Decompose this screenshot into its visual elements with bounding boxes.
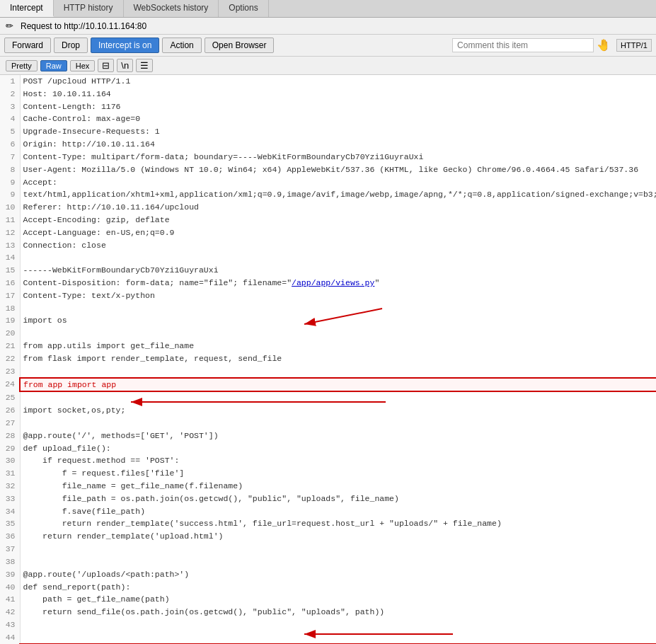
table-row: 8User-Agent: Mozilla/5.0 (Windows NT 10.… [0,163,656,176]
table-row: 5Upgrade-Insecure-Requests: 1 [0,125,656,138]
comment-input[interactable] [452,38,594,52]
line-number: 1 [0,75,20,88]
line-content: f = request.files['file'] [20,467,656,480]
table-row: 31 f = request.files['file'] [0,467,656,480]
line-number: 16 [0,277,20,289]
table-row: 2Host: 10.10.11.164 [0,88,656,100]
table-row: 37 [0,543,656,556]
line-number: 27 [0,417,20,430]
line-content: path = get_file_name(path) [20,593,656,606]
table-row: 43 [0,619,656,631]
line-content: Connection: close [20,239,656,252]
line-content: Cache-Control: max-age=0 [20,113,656,125]
table-row: 35 return render_template('success.html'… [0,517,656,530]
line-number: 18 [0,302,20,315]
table-row: 32 file_name = get_file_name(f.filename) [0,480,656,493]
table-row: 40def send_report(path): [0,581,656,594]
tab-intercept[interactable]: Intercept [0,0,54,17]
line-number: 14 [0,251,20,264]
table-row: 10Referer: http://10.10.11.164/upcloud [0,201,656,214]
table-row: 42 return send_file(os.path.join(os.getc… [0,606,656,619]
line-number: 8 [0,163,20,176]
line-content [20,251,656,264]
action-button[interactable]: Action [162,38,201,53]
line-content: Accept-Language: en-US,en;q=0.9 [20,226,656,239]
line-content [20,302,656,315]
line-content: return render_template('upload.html') [20,530,656,543]
line-number: 7 [0,151,20,163]
newline-icon-button[interactable]: \n [117,59,133,72]
code-table: 1POST /upcloud HTTP/1.12Host: 10.10.11.1… [0,75,656,644]
line-number: 32 [0,480,20,493]
line-content: def upload_file(): [20,442,656,455]
table-row: 23 [0,365,656,378]
table-row: 21from app.utils import get_file_name [0,340,656,352]
line-content: def send_report(path): [20,581,656,594]
table-row: 36 return render_template('upload.html') [0,530,656,543]
table-row: 20 [0,327,656,340]
line-number: 20 [0,327,20,340]
line-number: 40 [0,581,20,594]
line-content: Content-Type: text/x-python [20,289,656,302]
line-content: from app.utils import get_file_name [20,340,656,352]
line-content [20,365,656,378]
intercept-button[interactable]: Intercept is on [91,38,159,53]
line-number: 5 [0,125,20,138]
drop-button[interactable]: Drop [54,38,88,53]
line-content: Referer: http://10.10.11.164/upcloud [20,201,656,214]
tab-http-history[interactable]: HTTP history [54,0,124,17]
line-number: 44 [0,631,20,644]
line-number: 24 [0,378,20,392]
line-content: import os [20,314,656,327]
raw-button[interactable]: Raw [40,60,67,71]
table-row: 16Content-Disposition: form-data; name="… [0,277,656,289]
table-row: 41 path = get_file_name(path) [0,593,656,606]
line-number: 6 [0,138,20,151]
table-row: 9Accept: [0,176,656,189]
table-row: 34 f.save(file_path) [0,505,656,518]
line-content: Content-Type: multipart/form-data; bound… [20,151,656,163]
table-row: 17Content-Type: text/x-python [0,289,656,302]
table-row: 11Accept-Encoding: gzip, deflate [0,214,656,226]
format-icon-button[interactable]: ⊟ [98,59,114,72]
line-number: 19 [0,314,20,327]
line-content: User-Agent: Mozilla/5.0 (Windows NT 10.0… [20,163,656,176]
table-row: 22from flask import render_template, req… [0,352,656,365]
line-number: 41 [0,593,20,606]
line-content: POST /upcloud HTTP/1.1 [20,75,656,88]
table-row: 25 [0,391,656,404]
line-number: 35 [0,517,20,530]
line-number: 29 [0,442,20,455]
line-content [20,556,656,568]
line-content: ------WebKitFormBoundaryCb70Yzi1GuyraUxi [20,264,656,277]
line-content: Origin: http://10.10.11.164 [20,138,656,151]
forward-button[interactable]: Forward [4,38,51,53]
tab-websockets-history[interactable]: WebSockets history [124,0,219,17]
hex-button[interactable]: Hex [70,60,96,71]
filepath-link[interactable]: /app/app/views.py [292,278,374,287]
line-content [20,391,656,404]
pencil-icon: ✏ [6,21,13,31]
table-row: 13Connection: close [0,239,656,252]
line-number: 36 [0,530,20,543]
tabs-bar: Intercept HTTP history WebSockets histor… [0,0,656,18]
menu-icon-button[interactable]: ☰ [136,59,153,72]
table-row: 6Origin: http://10.10.11.164 [0,138,656,151]
tab-options[interactable]: Options [219,0,268,17]
line-content: return render_template('success.html', f… [20,517,656,530]
line-content [20,631,656,644]
request-bar: ✏ Request to http://10.10.11.164:80 [0,18,656,35]
line-number: 38 [0,556,20,568]
line-content: file_name = get_file_name(f.filename) [20,480,656,493]
open-browser-button[interactable]: Open Browser [205,38,275,53]
line-content: text/html,application/xhtml+xml,applicat… [20,188,656,201]
line-content: @app.route('/uploads/<path:path>') [20,568,656,581]
line-content: Accept: [20,176,656,189]
table-row: 1POST /upcloud HTTP/1.1 [0,75,656,88]
line-number: 10 [0,201,20,214]
line-content: Upgrade-Insecure-Requests: 1 [20,125,656,138]
line-number: 43 [0,619,20,631]
table-row: 9text/html,application/xhtml+xml,applica… [0,188,656,201]
pretty-button[interactable]: Pretty [6,60,38,71]
table-row: 29def upload_file(): [0,442,656,455]
